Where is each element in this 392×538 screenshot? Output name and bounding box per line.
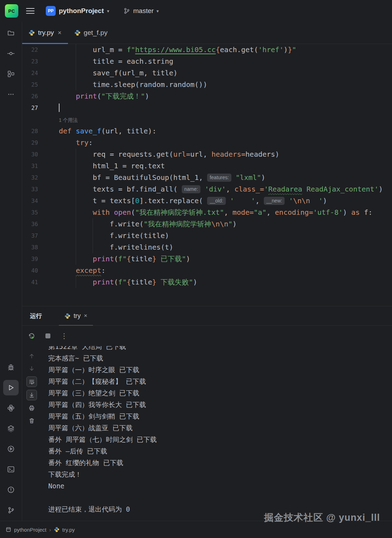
problems-tool-button[interactable]	[3, 482, 19, 498]
breadcrumb-file[interactable]: try.py	[62, 527, 75, 533]
more-vertical-icon: ⋮	[61, 332, 68, 339]
console-line: 周平篇（二）【窥秘者】 已下载	[48, 376, 392, 387]
line-number[interactable]: 37	[22, 230, 59, 242]
git-branch-icon	[123, 7, 130, 14]
python-packages-icon	[7, 404, 15, 412]
indent-guide	[93, 242, 93, 253]
vcs-branch-selector[interactable]: master ▾	[123, 7, 159, 15]
console-toolbar	[22, 346, 41, 521]
structure-tool-button[interactable]	[3, 66, 19, 82]
chevron-down-icon: ▾	[156, 8, 159, 14]
code-editor[interactable]: 22 url_m = f"https://www.bi05.cc{each.ge…	[22, 44, 392, 306]
line-number[interactable]: 39	[22, 253, 59, 265]
main-menu-icon[interactable]	[26, 8, 35, 14]
next-occurrence-button[interactable]	[27, 364, 37, 374]
line-number[interactable]: 30	[22, 149, 59, 160]
run-more-options-button[interactable]: ⋮	[59, 331, 69, 341]
clear-console-button[interactable]	[27, 416, 37, 426]
commit-tool-button[interactable]	[3, 46, 19, 61]
code-line: 38 f.writelines(t)	[22, 242, 392, 253]
version-control-tool-button[interactable]	[3, 502, 19, 518]
branch-name: master	[133, 7, 154, 15]
line-number[interactable]: 26	[22, 90, 59, 102]
rerun-icon	[28, 332, 36, 340]
pycharm-logo: PC	[5, 4, 18, 18]
more-tool-windows-button[interactable]	[3, 87, 19, 102]
commit-icon	[7, 50, 15, 57]
indent-guide	[93, 218, 93, 230]
console-line: 周平篇（三）绝望之剑 已下载	[48, 387, 392, 399]
line-number[interactable]: 35	[22, 207, 59, 218]
code-line: 32 bf = BeautifulSoup(html_1, features: …	[22, 172, 392, 183]
code-line: 36 f.write("我在精神病院学斩神\n\n")	[22, 218, 392, 230]
project-tool-button[interactable]	[3, 25, 19, 41]
run-tool-button[interactable]	[3, 380, 19, 395]
tab-get-f-py[interactable]: get_f.py	[68, 22, 114, 44]
bug-icon	[7, 363, 15, 371]
soft-wrap-icon	[29, 379, 35, 385]
console-line: 番外 红缨的礼物 已下载	[48, 457, 392, 469]
print-button[interactable]	[27, 403, 37, 413]
folder-icon	[7, 29, 15, 37]
console-line: 完本感言~ 已下载	[48, 352, 392, 364]
prev-occurrence-button[interactable]	[27, 351, 37, 361]
code-line: 40 except:	[22, 265, 392, 276]
line-number[interactable]: 25	[22, 79, 59, 90]
services-tool-button[interactable]	[3, 421, 19, 436]
scroll-to-end-icon	[29, 392, 35, 398]
code-line: 1 个用法	[22, 114, 392, 125]
run-tab-try[interactable]: try ×	[59, 306, 93, 325]
line-number[interactable]: 41	[22, 276, 59, 288]
line-number[interactable]: 23	[22, 56, 59, 67]
line-number[interactable]: 34	[22, 195, 59, 207]
line-number[interactable]: 32	[22, 172, 59, 183]
line-number[interactable]: 27	[22, 102, 59, 114]
soft-wrap-toggle[interactable]	[26, 376, 37, 387]
console-line: 番外 —后传 已下载	[48, 445, 392, 457]
arrow-up-icon	[29, 353, 35, 359]
indent-guide	[76, 44, 76, 56]
line-number[interactable]: 33	[22, 183, 59, 195]
project-selector[interactable]: PP pythonProject ▾	[46, 6, 109, 16]
console-output[interactable]: 第1522章 大结局 已下载完本感言~ 已下载周平篇（一）时序之眼 已下载周平篇…	[41, 346, 392, 521]
console-line: 周平篇（一）时序之眼 已下载	[48, 364, 392, 376]
problems-icon	[7, 486, 15, 494]
project-avatar: PP	[46, 6, 56, 16]
python-file-icon	[54, 527, 60, 532]
rerun-button[interactable]	[26, 331, 37, 341]
line-number[interactable]	[22, 114, 59, 125]
python-file-icon	[74, 30, 81, 36]
code-line: 34 t = texts[0].text.replace( __old: ' '…	[22, 195, 392, 207]
code-line: 24 save_f(url_m, title)	[22, 67, 392, 79]
line-number[interactable]: 29	[22, 137, 59, 149]
run-panel-title: 运行	[22, 306, 50, 325]
code-line: 30 req = requests.get(url=url, headers=h…	[22, 149, 392, 160]
line-number[interactable]: 40	[22, 265, 59, 276]
arrow-down-icon	[29, 365, 35, 372]
line-number[interactable]: 36	[22, 218, 59, 230]
breadcrumb-separator: ›	[49, 527, 51, 533]
terminal-tool-button[interactable]	[3, 462, 19, 477]
code-line: 28def save_f(url, title):	[22, 125, 392, 137]
close-icon[interactable]: ×	[58, 29, 62, 37]
line-number[interactable]: 22	[22, 44, 59, 56]
close-icon[interactable]: ×	[84, 312, 87, 319]
console-line: 周平篇（五）剑与剑鞘 已下载	[48, 411, 392, 422]
line-number[interactable]: 28	[22, 125, 59, 137]
terminal-icon	[7, 465, 15, 473]
scroll-to-end-toggle[interactable]	[26, 390, 37, 400]
main-toolbar: PC PP pythonProject ▾ master ▾	[0, 0, 392, 22]
line-number[interactable]: 38	[22, 242, 59, 253]
run-anything-tool-button[interactable]	[3, 441, 19, 457]
line-number[interactable]: 24	[22, 67, 59, 79]
tab-try-py[interactable]: try.py ×	[22, 22, 68, 44]
breadcrumb-project[interactable]: pythonProject	[14, 527, 46, 533]
git-branch-icon	[7, 506, 15, 514]
line-number[interactable]: 31	[22, 160, 59, 172]
layers-icon	[7, 425, 15, 432]
run-console: 第1522章 大结局 已下载完本感言~ 已下载周平篇（一）时序之眼 已下载周平篇…	[22, 346, 392, 521]
tab-label: get_f.py	[84, 29, 108, 37]
debug-tool-button[interactable]	[3, 359, 19, 375]
stop-button[interactable]	[43, 331, 53, 341]
python-packages-tool-button[interactable]	[3, 400, 19, 416]
